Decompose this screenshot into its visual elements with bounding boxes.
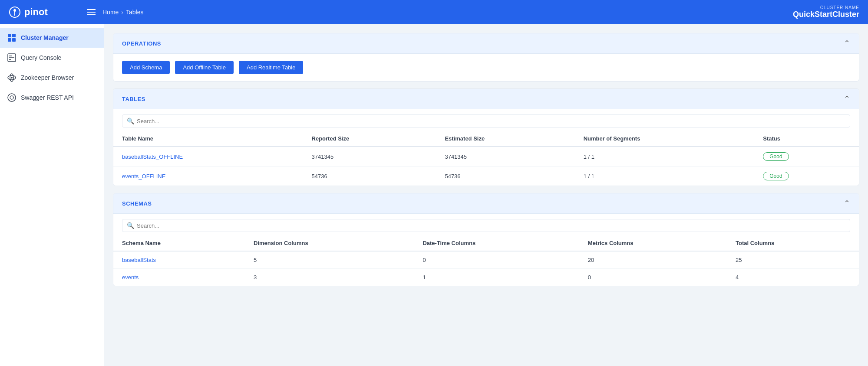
- schemas-header-row: Schema Name Dimension Columns Date-Time …: [113, 235, 859, 251]
- schema-row: events 3 1 0 4: [113, 269, 859, 286]
- tables-table: Table Name Reported Size Estimated Size …: [113, 131, 859, 186]
- schema-cell-name: events: [113, 269, 245, 286]
- table-cell-segments: 1 / 1: [575, 167, 755, 186]
- breadcrumb-home[interactable]: Home: [102, 9, 119, 16]
- schemas-search-wrap: 🔍: [122, 219, 850, 232]
- tables-search-wrap: 🔍: [122, 114, 850, 127]
- tables-search-input[interactable]: [137, 118, 845, 124]
- svg-point-14: [8, 94, 16, 101]
- schemas-col-name: Schema Name: [113, 235, 245, 251]
- breadcrumb-separator: ›: [121, 9, 123, 16]
- pinot-logo-icon: [9, 6, 21, 18]
- schema-cell-total: 25: [727, 251, 859, 269]
- breadcrumb-current: Tables: [126, 9, 143, 16]
- operations-body: Add Schema Add Offline Table Add Realtim…: [113, 54, 859, 81]
- table-row: baseballStats_OFFLINE 3741345 3741345 1 …: [113, 147, 859, 167]
- query-icon: [7, 53, 17, 62]
- logo: pinot: [9, 6, 78, 18]
- sidebar-item-query-console-label: Query Console: [21, 54, 61, 61]
- tables-title: TABLES: [122, 96, 145, 102]
- table-name-link[interactable]: events_OFFLINE: [122, 173, 165, 180]
- operations-collapse-button[interactable]: ⌃: [844, 39, 850, 48]
- sidebar-item-cluster-manager-label: Cluster Manager: [21, 34, 69, 41]
- tables-col-reported: Reported Size: [303, 131, 436, 147]
- cluster-icon: [7, 33, 17, 42]
- operations-section: OPERATIONS ⌃ Add Schema Add Offline Tabl…: [113, 33, 859, 82]
- schemas-search-input[interactable]: [137, 222, 845, 229]
- svg-rect-5: [8, 38, 11, 42]
- cluster-info: CLUSTER NAME QuickStartCluster: [793, 5, 859, 19]
- table-cell-estimated: 54736: [436, 167, 574, 186]
- schema-name-link[interactable]: events: [122, 274, 139, 281]
- table-cell-segments: 1 / 1: [575, 147, 755, 167]
- schemas-search-icon: 🔍: [127, 222, 134, 229]
- table-row: events_OFFLINE 54736 54736 1 / 1 Good: [113, 167, 859, 186]
- cluster-label: CLUSTER NAME: [793, 5, 859, 10]
- svg-rect-6: [12, 38, 16, 42]
- tables-header: TABLES ⌃: [113, 89, 859, 109]
- sidebar-item-cluster-manager[interactable]: Cluster Manager: [0, 28, 104, 48]
- add-offline-table-button[interactable]: Add Offline Table: [175, 61, 234, 74]
- table-cell-reported: 54736: [303, 167, 436, 186]
- table-cell-reported: 3741345: [303, 147, 436, 167]
- cluster-name: QuickStartCluster: [793, 10, 859, 19]
- svg-rect-4: [12, 34, 16, 37]
- schema-cell-dimension: 5: [245, 251, 414, 269]
- tables-header-row: Table Name Reported Size Estimated Size …: [113, 131, 859, 147]
- schemas-table: Schema Name Dimension Columns Date-Time …: [113, 235, 859, 286]
- schema-cell-metrics: 20: [579, 251, 727, 269]
- add-realtime-table-button[interactable]: Add Realtime Table: [239, 61, 304, 74]
- svg-point-2: [13, 9, 16, 12]
- tables-col-status: Status: [754, 131, 859, 147]
- sidebar-item-zookeeper-browser[interactable]: Zookeeper Browser: [0, 68, 104, 88]
- status-badge: Good: [763, 172, 789, 180]
- schemas-title: SCHEMAS: [122, 200, 152, 207]
- schemas-section: SCHEMAS ⌃ 🔍 Schema Name Dimension Column…: [113, 193, 859, 286]
- table-cell-name: baseballStats_OFFLINE: [113, 147, 303, 167]
- table-cell-estimated: 3741345: [436, 147, 574, 167]
- table-cell-name: events_OFFLINE: [113, 167, 303, 186]
- tables-col-segments: Number of Segments: [575, 131, 755, 147]
- add-schema-button[interactable]: Add Schema: [122, 61, 170, 74]
- sidebar: Cluster Manager Query Console Zookeeper …: [0, 24, 104, 366]
- table-name-link[interactable]: baseballStats_OFFLINE: [122, 154, 183, 160]
- swagger-icon: [7, 93, 17, 102]
- main-layout: Cluster Manager Query Console Zookeeper …: [0, 24, 868, 366]
- hamburger-button[interactable]: [85, 7, 97, 17]
- schema-cell-datetime: 0: [414, 251, 579, 269]
- schemas-col-metrics: Metrics Columns: [579, 235, 727, 251]
- schema-row: baseballStats 5 0 20 25: [113, 251, 859, 269]
- main-content: OPERATIONS ⌃ Add Schema Add Offline Tabl…: [104, 24, 868, 366]
- schema-cell-metrics: 0: [579, 269, 727, 286]
- tables-col-estimated: Estimated Size: [436, 131, 574, 147]
- sidebar-item-swagger-rest-api[interactable]: Swagger REST API: [0, 88, 104, 108]
- schemas-col-dimension: Dimension Columns: [245, 235, 414, 251]
- schema-cell-dimension: 3: [245, 269, 414, 286]
- zookeeper-icon: [7, 73, 17, 82]
- operations-buttons: Add Schema Add Offline Table Add Realtim…: [122, 61, 850, 74]
- status-badge: Good: [763, 152, 789, 161]
- sidebar-item-zookeeper-label: Zookeeper Browser: [21, 74, 74, 81]
- schemas-col-datetime: Date-Time Columns: [414, 235, 579, 251]
- operations-title: OPERATIONS: [122, 40, 161, 47]
- table-cell-status: Good: [754, 147, 859, 167]
- schema-cell-name: baseballStats: [113, 251, 245, 269]
- table-cell-status: Good: [754, 167, 859, 186]
- schema-cell-total: 4: [727, 269, 859, 286]
- logo-text: pinot: [24, 7, 48, 18]
- sidebar-item-swagger-label: Swagger REST API: [21, 94, 74, 101]
- svg-rect-3: [8, 34, 11, 37]
- schemas-collapse-button[interactable]: ⌃: [844, 199, 850, 208]
- svg-point-13: [11, 77, 13, 78]
- schemas-header: SCHEMAS ⌃: [113, 193, 859, 214]
- tables-search-icon: 🔍: [127, 118, 134, 124]
- top-nav: pinot Home › Tables CLUSTER NAME QuickSt…: [0, 0, 868, 24]
- tables-col-name: Table Name: [113, 131, 303, 147]
- operations-header: OPERATIONS ⌃: [113, 33, 859, 54]
- schema-cell-datetime: 1: [414, 269, 579, 286]
- tables-collapse-button[interactable]: ⌃: [844, 94, 850, 104]
- schema-name-link[interactable]: baseballStats: [122, 257, 156, 263]
- svg-point-15: [10, 96, 13, 99]
- breadcrumb: Home › Tables: [102, 9, 144, 16]
- sidebar-item-query-console[interactable]: Query Console: [0, 48, 104, 68]
